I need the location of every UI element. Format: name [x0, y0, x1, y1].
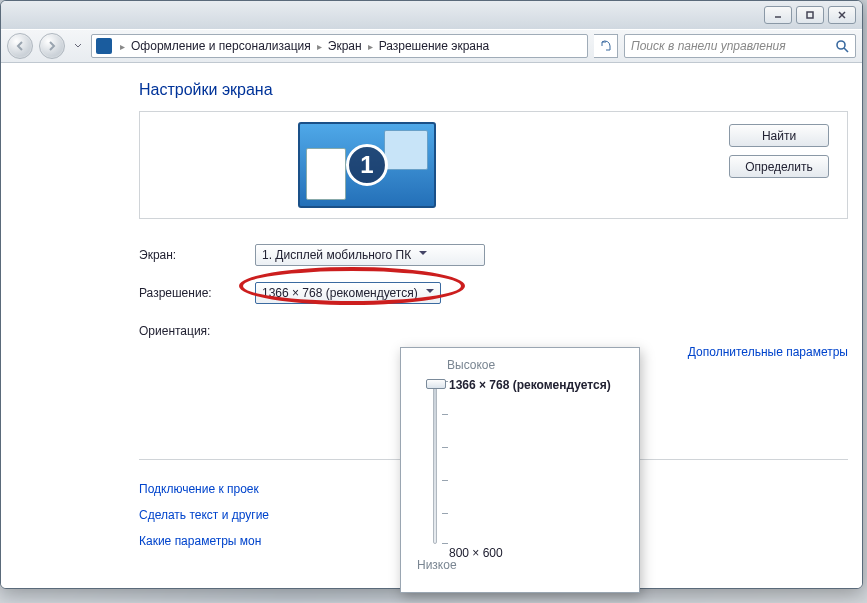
resolution-slider-popup: Высокое 1366 × 768 (рекомендуется) 800 ×…	[400, 347, 640, 593]
resolution-label: Разрешение:	[139, 286, 255, 300]
page-title: Настройки экрана	[139, 81, 848, 99]
text-size-link[interactable]: Сделать текст и другие	[139, 502, 269, 528]
search-input[interactable]: Поиск в панели управления	[624, 34, 856, 58]
resolution-slider-thumb[interactable]	[426, 379, 446, 389]
svg-line-5	[844, 48, 848, 52]
chevron-down-icon	[419, 251, 427, 259]
advanced-settings-link[interactable]: Дополнительные параметры	[688, 345, 848, 359]
current-resolution-label: 1366 × 768 (рекомендуется)	[449, 378, 611, 392]
svg-rect-1	[807, 12, 813, 18]
close-button[interactable]	[828, 6, 856, 24]
find-button[interactable]: Найти	[729, 124, 829, 147]
search-placeholder: Поиск в панели управления	[631, 39, 786, 53]
minimize-button[interactable]	[764, 6, 792, 24]
breadcrumb-level1[interactable]: Оформление и персонализация	[131, 39, 311, 53]
projector-link[interactable]: Подключение к проек	[139, 476, 259, 502]
orientation-label: Ориентация:	[139, 324, 255, 338]
navbar: ▸ Оформление и персонализация ▸ Экран ▸ …	[1, 29, 862, 63]
min-resolution-label: 800 × 600	[449, 546, 503, 560]
slider-low-label: Низкое	[417, 558, 627, 572]
address-bar[interactable]: ▸ Оформление и персонализация ▸ Экран ▸ …	[91, 34, 588, 58]
display-dropdown[interactable]: 1. Дисплей мобильного ПК	[255, 244, 485, 266]
svg-point-4	[837, 41, 845, 49]
forward-button[interactable]	[39, 33, 65, 59]
maximize-button[interactable]	[796, 6, 824, 24]
screen-label: Экран:	[139, 248, 255, 262]
monitor-number: 1	[346, 144, 388, 186]
slider-high-label: Высокое	[447, 358, 627, 372]
breadcrumb-level3[interactable]: Разрешение экрана	[379, 39, 490, 53]
refresh-button[interactable]	[594, 34, 618, 58]
titlebar	[1, 1, 862, 29]
monitor-preview-panel: 1 Найти Определить	[139, 111, 848, 219]
chevron-down-icon	[426, 289, 434, 297]
which-params-link[interactable]: Какие параметры мон	[139, 528, 261, 554]
search-icon	[835, 39, 849, 53]
history-dropdown[interactable]	[71, 33, 85, 59]
back-button[interactable]	[7, 33, 33, 59]
monitor-icon	[96, 38, 112, 54]
monitor-thumbnail[interactable]: 1	[298, 122, 436, 208]
resolution-dropdown[interactable]: 1366 × 768 (рекомендуется)	[255, 282, 441, 304]
breadcrumb-level2[interactable]: Экран	[328, 39, 362, 53]
resolution-slider-track[interactable]	[433, 380, 437, 544]
detect-button[interactable]: Определить	[729, 155, 829, 178]
